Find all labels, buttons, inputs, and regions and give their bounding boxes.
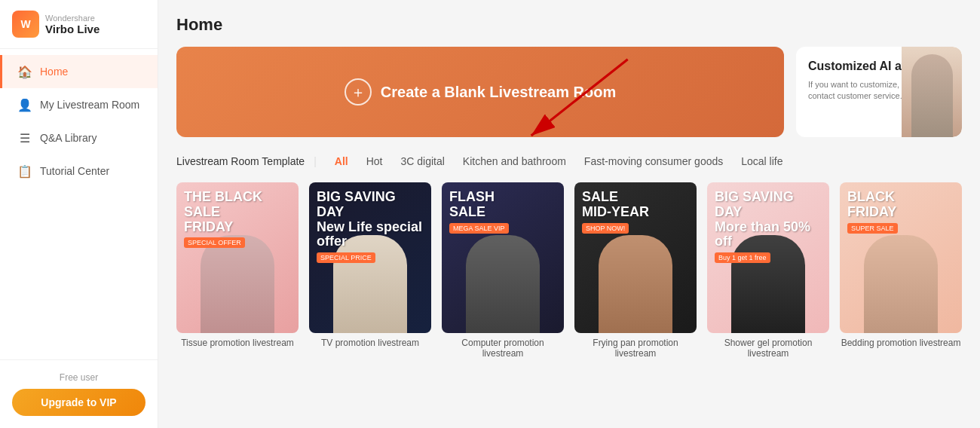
app-name: Virbo Live xyxy=(45,23,100,35)
template-badge-tv: SPECIAL PRICE xyxy=(317,252,375,263)
template-caption-frying-pan: Frying pan promotion livestream xyxy=(574,338,697,359)
template-thumb-bedding: BLACK FRIDAYSUPER SALE xyxy=(840,182,962,333)
template-title-computer: FLASH SALE xyxy=(449,190,556,220)
filter-separator: | xyxy=(314,155,317,167)
template-thumb-computer: FLASH SALEMEGA SALE VIP xyxy=(442,182,564,333)
hero-area: ＋ Create a Blank Livestream Room Customi… xyxy=(176,47,962,137)
create-banner-text: Create a Blank Livestream Room xyxy=(381,84,616,101)
ai-avatars-banner: Customized AI avatars If you want to cus… xyxy=(796,47,962,137)
free-user-label: Free user xyxy=(12,372,145,383)
sidebar-label-home: Home xyxy=(40,66,68,78)
plus-icon: ＋ xyxy=(345,78,372,105)
filter-tab-3c-digital[interactable]: 3C digital xyxy=(391,152,453,170)
template-caption-shower-gel: Shower gel promotion livestream xyxy=(707,338,829,359)
create-banner-content: ＋ Create a Blank Livestream Room xyxy=(345,78,616,105)
sidebar: W Wondershare Virbo Live 🏠 Home 👤 My Liv… xyxy=(0,0,158,428)
filter-tab-local-life[interactable]: Local life xyxy=(732,152,792,170)
logo-text: Wondershare Virbo Live xyxy=(45,14,100,35)
template-badge-frying-pan: SHOP NOW! xyxy=(582,223,629,234)
template-grid: THE BLACK SALE FRIDAYSPECIAL OFFERTissue… xyxy=(176,182,962,359)
sidebar-label-qa: Q&A Library xyxy=(40,132,96,144)
avatar-figure xyxy=(911,54,953,137)
template-thumb-shower-gel: BIG SAVING DAY More than 50% offBuy 1 ge… xyxy=(707,182,829,333)
sidebar-nav: 🏠 Home 👤 My Livestream Room ☰ Q&A Librar… xyxy=(0,49,158,359)
app-logo-icon: W xyxy=(12,11,39,38)
template-card-frying-pan[interactable]: SALE MID-YEARSHOP NOW!Frying pan promoti… xyxy=(574,182,697,359)
brand-name: Wondershare xyxy=(45,14,100,23)
template-thumb-tissue: THE BLACK SALE FRIDAYSPECIAL OFFER xyxy=(176,182,299,333)
filter-tab-fast-moving[interactable]: Fast-moving consumer goods xyxy=(575,152,732,170)
filter-tab-all[interactable]: All xyxy=(326,152,357,170)
page-title: Home xyxy=(176,15,962,35)
template-title-frying-pan: SALE MID-YEAR xyxy=(582,190,689,220)
template-caption-tv: TV promotion livestream xyxy=(309,338,431,348)
filter-bar: Livestream Room Template | All Hot 3C di… xyxy=(176,152,962,170)
template-title-tissue: THE BLACK SALE FRIDAY xyxy=(184,190,291,234)
template-badge-computer: MEGA SALE VIP xyxy=(449,223,509,234)
ai-avatar-decoration xyxy=(902,47,962,137)
home-icon: 🏠 xyxy=(17,64,32,79)
template-section: Livestream Room Template | All Hot 3C di… xyxy=(176,152,962,359)
logo-area: W Wondershare Virbo Live xyxy=(0,0,158,49)
template-badge-shower-gel: Buy 1 get 1 free xyxy=(715,252,770,263)
sidebar-item-tutorial[interactable]: 📋 Tutorial Center xyxy=(0,154,158,188)
template-card-tv[interactable]: BIG SAVING DAY New Life special offerSPE… xyxy=(309,182,431,359)
sidebar-item-home[interactable]: 🏠 Home xyxy=(0,55,158,88)
template-card-shower-gel[interactable]: BIG SAVING DAY More than 50% offBuy 1 ge… xyxy=(707,182,829,359)
sidebar-item-qa-library[interactable]: ☰ Q&A Library xyxy=(0,121,158,154)
template-card-computer[interactable]: FLASH SALEMEGA SALE VIPComputer promotio… xyxy=(442,182,564,359)
main-content: Home ＋ Create a Blank Livestream Room Cu… xyxy=(158,0,980,428)
upgrade-vip-button[interactable]: Upgrade to VIP xyxy=(12,389,145,416)
template-thumb-frying-pan: SALE MID-YEARSHOP NOW! xyxy=(574,182,697,333)
template-card-tissue[interactable]: THE BLACK SALE FRIDAYSPECIAL OFFERTissue… xyxy=(176,182,299,359)
person-icon: 👤 xyxy=(17,97,32,112)
sidebar-label-livestream-room: My Livestream Room xyxy=(40,99,139,111)
template-badge-tissue: SPECIAL OFFER xyxy=(184,237,245,248)
template-title-shower-gel: BIG SAVING DAY More than 50% off xyxy=(715,190,822,249)
template-caption-tissue: Tissue promotion livestream xyxy=(176,338,299,348)
template-title-bedding: BLACK FRIDAY xyxy=(847,190,954,220)
sidebar-bottom: Free user Upgrade to VIP xyxy=(0,359,158,428)
template-section-label: Livestream Room Template xyxy=(176,155,305,167)
filter-tab-hot[interactable]: Hot xyxy=(357,152,392,170)
create-blank-banner[interactable]: ＋ Create a Blank Livestream Room xyxy=(176,47,784,137)
sidebar-item-livestream-room[interactable]: 👤 My Livestream Room xyxy=(0,88,158,121)
tutorial-icon: 📋 xyxy=(17,164,32,179)
filter-tab-kitchen-bathroom[interactable]: Kitchen and bathroom xyxy=(454,152,575,170)
template-caption-computer: Computer promotion livestream xyxy=(442,338,564,359)
template-card-bedding[interactable]: BLACK FRIDAYSUPER SALEBedding promotion … xyxy=(840,182,962,359)
template-badge-bedding: SUPER SALE xyxy=(847,223,898,234)
list-icon: ☰ xyxy=(17,130,32,145)
sidebar-label-tutorial: Tutorial Center xyxy=(40,165,109,177)
template-title-tv: BIG SAVING DAY New Life special offer xyxy=(317,190,424,249)
template-caption-bedding: Bedding promotion livestream xyxy=(840,338,962,348)
template-thumb-tv: BIG SAVING DAY New Life special offerSPE… xyxy=(309,182,431,333)
